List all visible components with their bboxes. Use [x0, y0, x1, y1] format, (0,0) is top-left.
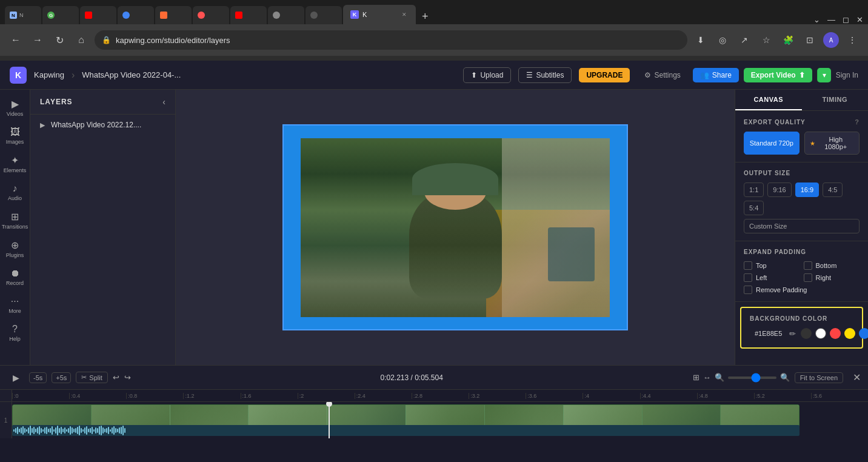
- split-button[interactable]: ✂ Split: [76, 372, 107, 383]
- timeline-playhead[interactable]: [329, 402, 330, 438]
- tab-5[interactable]: [155, 6, 192, 24]
- sidebar-item-plugins[interactable]: ⊕ Plugins: [2, 236, 28, 262]
- export-button[interactable]: Export Video ⬆: [744, 68, 812, 82]
- video-track-bar[interactable]: [12, 404, 800, 427]
- share-button[interactable]: 👥 Share: [693, 68, 739, 82]
- sidebar-item-videos[interactable]: ▶ Videos: [2, 95, 28, 121]
- tab-2[interactable]: G: [42, 6, 79, 24]
- sidebar-item-transitions[interactable]: ⊞ Transitions: [2, 207, 28, 233]
- size-5-4-button[interactable]: 5:4: [744, 201, 764, 215]
- download-icon[interactable]: ⬇: [692, 32, 709, 49]
- preset-black[interactable]: [801, 328, 812, 339]
- canvas-video-frame[interactable]: [301, 138, 610, 317]
- sidebar-item-help[interactable]: ? Help: [2, 320, 28, 346]
- close-window-icon[interactable]: ✕: [856, 15, 863, 24]
- extensions-icon[interactable]: 🧩: [780, 32, 796, 49]
- tab-canvas[interactable]: CANVAS: [735, 90, 802, 110]
- skip-back-button[interactable]: -5s: [29, 372, 47, 383]
- redo-button[interactable]: ↪: [124, 373, 131, 382]
- zoom-fit-icon[interactable]: ⊞: [693, 373, 699, 382]
- help-icon-quality[interactable]: ?: [855, 118, 860, 126]
- new-tab-button[interactable]: +: [417, 9, 433, 24]
- timeline-close-button[interactable]: ✕: [853, 372, 861, 383]
- more-options-icon[interactable]: ⋮: [844, 32, 861, 49]
- size-16-9-button[interactable]: 16:9: [795, 182, 819, 197]
- size-9-16-button[interactable]: 9:16: [767, 182, 791, 197]
- ruler-mark-6: :2.4: [355, 393, 412, 399]
- undo-button[interactable]: ↩: [113, 373, 119, 382]
- preset-white[interactable]: [815, 328, 826, 339]
- canvas-background[interactable]: [282, 124, 628, 330]
- standard-quality-button[interactable]: Standard 720p: [744, 132, 800, 155]
- main-content: ▶ Videos 🖼 Images ✦ Elements ♪ Audio ⊞ T…: [0, 90, 868, 365]
- preset-yellow[interactable]: [844, 328, 855, 339]
- padding-top-check[interactable]: Top: [744, 261, 800, 270]
- padding-bottom-check[interactable]: Bottom: [804, 261, 860, 270]
- zoom-slider[interactable]: [728, 377, 776, 379]
- upgrade-button[interactable]: UPGRADE: [579, 68, 630, 82]
- profile-avatar[interactable]: A: [823, 32, 839, 48]
- reload-button[interactable]: ↻: [51, 32, 68, 49]
- track-content-1[interactable]: [12, 402, 868, 438]
- padding-right-check[interactable]: Right: [804, 273, 860, 282]
- size-4-5-button[interactable]: 4:5: [823, 182, 843, 197]
- zoom-in-icon[interactable]: 🔍: [780, 373, 790, 382]
- ruler-mark-0: :0: [12, 393, 69, 399]
- forward-button[interactable]: →: [29, 32, 46, 49]
- size-1-1-button[interactable]: 1:1: [744, 182, 764, 197]
- back-button[interactable]: ←: [7, 32, 24, 49]
- zoom-arrows-icon[interactable]: ↔: [703, 373, 711, 382]
- tab-6[interactable]: [193, 6, 229, 24]
- padding-left-checkbox[interactable]: [744, 273, 752, 282]
- layers-header: LAYERS ‹: [30, 90, 175, 115]
- high-quality-button[interactable]: ★ High 1080p+: [804, 132, 860, 155]
- maximize-icon[interactable]: ◻: [843, 15, 849, 24]
- upload-button[interactable]: ⬆ Upload: [463, 67, 511, 83]
- settings-button[interactable]: ⚙ Settings: [637, 68, 687, 82]
- address-bar[interactable]: 🔒 kapwing.com/studio/editor/layers: [95, 30, 687, 50]
- signin-button[interactable]: Sign In: [836, 71, 858, 79]
- layers-collapse-button[interactable]: ‹: [162, 97, 165, 107]
- tab-timing[interactable]: TIMING: [802, 90, 869, 110]
- tab-3[interactable]: [80, 6, 116, 24]
- eyedropper-icon[interactable]: ✏: [789, 329, 796, 338]
- zoom-out-icon[interactable]: 🔍: [715, 373, 724, 382]
- tab-9[interactable]: [305, 6, 342, 24]
- bookmark-icon[interactable]: ☆: [758, 32, 775, 49]
- custom-size-button[interactable]: Custom Size: [744, 219, 860, 233]
- media-icon[interactable]: ◎: [714, 32, 731, 49]
- share-icon: 👥: [700, 71, 709, 79]
- layer-item-video[interactable]: ▶ WhatsApp Video 2022.12....: [30, 115, 175, 135]
- subtitles-button[interactable]: ☰ Subtitles: [518, 67, 572, 83]
- remove-padding-checkbox[interactable]: [744, 286, 752, 294]
- export-dropdown-button[interactable]: ▾: [817, 68, 831, 82]
- sidebar-item-elements[interactable]: ✦ Elements: [2, 151, 28, 177]
- sidebar-item-record[interactable]: ⏺ Record: [2, 264, 28, 290]
- tab-8[interactable]: [268, 6, 304, 24]
- share-page-icon[interactable]: ↗: [736, 32, 753, 49]
- preset-blue[interactable]: [859, 328, 868, 339]
- tab-kapwing[interactable]: K K ✕: [343, 5, 416, 24]
- padding-bottom-checkbox[interactable]: [804, 261, 812, 270]
- tab-list-icon[interactable]: ⌄: [813, 15, 820, 24]
- sidebar-item-images[interactable]: 🖼 Images: [2, 123, 28, 149]
- fit-to-screen-button[interactable]: Fit to Screen: [795, 372, 843, 383]
- minimize-icon[interactable]: —: [827, 15, 835, 24]
- tab-7[interactable]: [230, 6, 267, 24]
- sidebar-item-more[interactable]: ··· More: [2, 292, 28, 318]
- preset-red[interactable]: [830, 328, 841, 339]
- sidebar-toggle-icon[interactable]: ⊡: [801, 32, 818, 49]
- home-button[interactable]: ⌂: [73, 32, 90, 49]
- padding-left-check[interactable]: Left: [744, 273, 800, 282]
- export-quality-title: EXPORT QUALITY ?: [744, 118, 860, 126]
- skip-forward-button[interactable]: +5s: [52, 372, 71, 383]
- play-pause-button[interactable]: ▶: [7, 369, 24, 386]
- tab-4[interactable]: [118, 6, 154, 24]
- remove-padding-check[interactable]: Remove Padding: [744, 286, 860, 294]
- browser-tabs: N N G K K ✕ +: [0, 0, 868, 24]
- tab-close-kapwing[interactable]: ✕: [400, 10, 409, 19]
- tab-1[interactable]: N N: [5, 6, 41, 24]
- padding-right-checkbox[interactable]: [804, 273, 812, 282]
- padding-top-checkbox[interactable]: [744, 261, 752, 270]
- sidebar-item-audio[interactable]: ♪ Audio: [2, 179, 28, 205]
